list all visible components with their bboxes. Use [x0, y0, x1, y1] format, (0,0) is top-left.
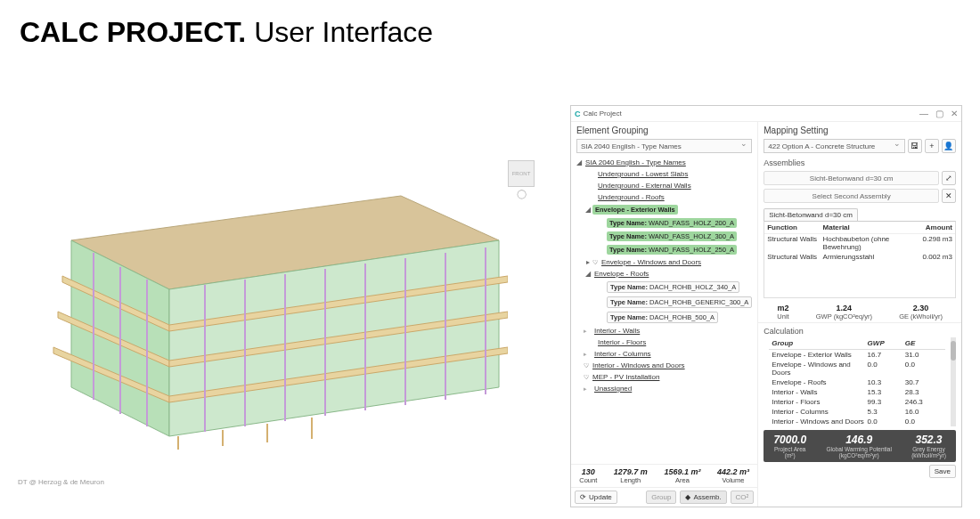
- tree-toggle[interactable]: ◢: [584, 206, 592, 214]
- assembly-1-select[interactable]: Sicht-Betonwand d=30 cm: [764, 171, 939, 185]
- tree-node-interior-windows[interactable]: Interior - Windows and Doors: [591, 361, 687, 370]
- table-row[interactable]: Interior - Floors99.3246.3: [769, 397, 945, 407]
- tree-toggle[interactable]: ▸: [584, 351, 592, 358]
- tree-node-underground-ext-walls[interactable]: Underground - External Walls: [596, 181, 693, 191]
- tree-toggle[interactable]: ◢: [584, 270, 592, 278]
- assembly-clear-button[interactable]: ✕: [942, 189, 956, 203]
- update-button[interactable]: ⟳Update: [575, 491, 617, 504]
- mapping-panel: Mapping Setting 422 Option A - Concrete …: [758, 122, 961, 507]
- model-3d-viewport[interactable]: FRONT ◯: [9, 107, 552, 490]
- broken-link-icon: ♡: [592, 259, 598, 266]
- tree-node-interior-walls[interactable]: Interior - Walls: [592, 326, 641, 336]
- tree-leaf[interactable]: Type Name: DACH_ROHB_GENERIC_300_A: [607, 296, 752, 308]
- assembly-tab[interactable]: Sicht-Betonwand d=30 cm: [764, 208, 858, 221]
- tree-node-underground-slabs[interactable]: Underground - Lowest Slabs: [596, 169, 690, 179]
- slide-title: CALC PROJECT. User Interface: [20, 16, 433, 49]
- table-row[interactable]: Structural WallsHochbaubeton (ohne Beweh…: [764, 234, 955, 252]
- mode-group-button[interactable]: Group: [646, 491, 676, 504]
- tree-node-underground-roofs[interactable]: Underground - Roofs: [596, 192, 666, 202]
- assembly-metrics: m2Unit 1.24GWP (kgCO²eq/yr) 2.30GE (kWho…: [758, 298, 961, 323]
- tree-node-interior-floors[interactable]: Interior - Floors: [596, 337, 648, 347]
- assembly-expand-button[interactable]: ⤢: [942, 171, 956, 185]
- project-totals-bar: 7000.0Project Area(m²) 146.9Global Warmi…: [764, 430, 956, 462]
- tree-leaf[interactable]: Type Name: WAND_FASS_HOLZ_300_A: [607, 231, 737, 241]
- element-tree[interactable]: ◢SIA 2040 English - Type Names Undergrou…: [571, 155, 757, 464]
- tree-leaf[interactable]: Type Name: WAND_FASS_HOLZ_250_A: [607, 245, 737, 255]
- footer-credit: DT @ Herzog & de Meuron: [18, 478, 104, 486]
- selection-stats: 130Count 1279.7 mLength 1569.1 m²Area 44…: [571, 464, 757, 487]
- table-row[interactable]: Interior - Columns5.316.0: [769, 407, 945, 417]
- mapping-setting-header: Mapping Setting: [758, 122, 961, 137]
- table-row[interactable]: Envelope - Exterior Walls16.731.0: [769, 350, 945, 360]
- refresh-icon: ⟳: [580, 493, 586, 501]
- tree-node-envelope-windows[interactable]: Envelope - Windows and Doors: [600, 257, 703, 267]
- tree-leaf[interactable]: Type Name: DACH_ROHB_500_A: [607, 312, 718, 323]
- grouping-scheme-dropdown[interactable]: SIA 2040 English - Type Names: [576, 139, 752, 153]
- mapping-dropdown[interactable]: 422 Option A - Concrete Structure: [764, 139, 905, 153]
- calc-project-window: C Calc Project — ▢ ✕ Element Grouping SI…: [570, 105, 962, 507]
- save-button[interactable]: Save: [929, 465, 956, 478]
- table-row[interactable]: Interior - Walls15.328.3: [769, 387, 945, 397]
- table-row[interactable]: Interior - Windows and Doors0.00.0: [769, 417, 945, 426]
- tree-node-envelope-roofs[interactable]: Envelope - Roofs: [592, 269, 650, 279]
- assembly-2-select[interactable]: Select Second Assembly: [764, 189, 939, 203]
- tree-toggle[interactable]: ▸: [584, 258, 592, 266]
- tree-leaf[interactable]: Type Name: WAND_FASS_HOLZ_200_A: [607, 218, 737, 228]
- viewcube-face[interactable]: FRONT: [508, 160, 535, 187]
- table-row[interactable]: Envelope - Windows and Doors0.00.0: [769, 360, 945, 377]
- tree-node-interior-columns[interactable]: Interior - Columns: [592, 349, 653, 359]
- tree-node-mep-pv[interactable]: MEP - PV Installation: [591, 372, 661, 382]
- broken-link-icon: ♡: [584, 362, 589, 369]
- window-close-button[interactable]: ✕: [951, 109, 958, 118]
- window-minimize-button[interactable]: —: [919, 109, 928, 118]
- calculation-header: Calculation: [758, 323, 961, 337]
- assembly-layers-table: FunctionMaterialAmount Structural WallsH…: [764, 221, 956, 298]
- tree-toggle[interactable]: ▸: [584, 385, 592, 393]
- table-row[interactable]: Envelope - Roofs10.330.7: [769, 377, 945, 387]
- tree-toggle[interactable]: ▸: [584, 328, 592, 335]
- tree-node-envelope-exterior-walls[interactable]: Envelope - Exterior Walls: [592, 205, 678, 215]
- element-grouping-header: Element Grouping: [571, 122, 757, 137]
- save-mapping-button[interactable]: 🖫: [908, 139, 922, 153]
- tree-root[interactable]: SIA 2040 English - Type Names: [584, 158, 688, 167]
- viewcube[interactable]: FRONT ◯: [508, 160, 535, 199]
- tree-leaf[interactable]: Type Name: DACH_ROHB_HOLZ_340_A: [607, 281, 739, 293]
- mode-assemb-button[interactable]: ◆Assemb.: [680, 491, 726, 504]
- table-row[interactable]: Structural WallsArmierungsstahl0.002 m3: [764, 252, 955, 262]
- calc-scrollbar[interactable]: [951, 337, 956, 426]
- calculation-table: GroupGWPGE Envelope - Exterior Walls16.7…: [769, 337, 945, 426]
- window-title: Calc Project: [584, 109, 920, 118]
- mode-co2-button[interactable]: CO²: [731, 491, 755, 504]
- tree-toggle[interactable]: ◢: [575, 158, 584, 166]
- user-button[interactable]: 👤: [942, 139, 956, 153]
- tag-icon: ◆: [685, 493, 690, 501]
- element-grouping-panel: Element Grouping SIA 2040 English - Type…: [571, 122, 758, 507]
- app-logo-icon: C: [575, 109, 581, 118]
- broken-link-icon: ♡: [584, 374, 589, 381]
- building-model[interactable]: [45, 187, 508, 454]
- viewcube-compass-icon[interactable]: ◯: [508, 189, 535, 199]
- add-mapping-button[interactable]: +: [925, 139, 939, 153]
- tree-node-unassigned[interactable]: Unassigned: [592, 384, 633, 393]
- window-titlebar[interactable]: C Calc Project — ▢ ✕: [571, 106, 961, 122]
- left-action-bar: ⟳Update Group ◆Assemb. CO²: [571, 487, 757, 507]
- window-maximize-button[interactable]: ▢: [935, 109, 943, 118]
- assemblies-header: Assemblies: [758, 155, 961, 169]
